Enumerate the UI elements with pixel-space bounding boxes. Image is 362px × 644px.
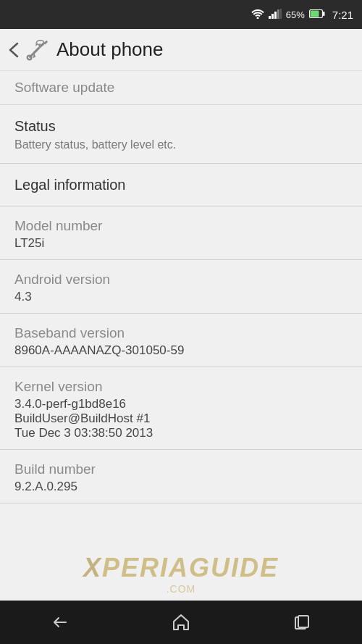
status-bar: 65% 7:21 [0, 0, 362, 29]
kernel-value: 3.4.0-perf-g1bd8e16 BuildUser@BuildHost … [14, 397, 348, 440]
model-item: Model number LT25i [0, 206, 362, 260]
android-label: Android version [14, 272, 348, 288]
software-update-label: Software update [14, 80, 114, 95]
signal-icon [269, 9, 282, 21]
back-button[interactable] [9, 42, 19, 58]
content-area: Software update Status Battery status, b… [0, 71, 362, 601]
build-item: Build number 9.2.A.0.295 [0, 450, 362, 503]
model-label: Model number [14, 218, 348, 234]
software-update-item[interactable]: Software update [0, 71, 362, 105]
kernel-item: Kernel version 3.4.0-perf-g1bd8e16 Build… [0, 367, 362, 450]
android-item: Android version 4.3 [0, 260, 362, 314]
battery-icon [309, 9, 325, 20]
toolbar: About phone [0, 29, 362, 71]
legal-label: Legal information [14, 177, 348, 193]
kernel-label: Kernel version [14, 379, 348, 395]
recents-nav-button[interactable] [280, 605, 324, 640]
wifi-icon [251, 9, 264, 21]
svg-rect-6 [323, 12, 325, 16]
baseband-label: Baseband version [14, 325, 348, 341]
baseband-value: 8960A-AAAANAZQ-301050-59 [14, 343, 348, 358]
svg-rect-0 [269, 16, 271, 19]
status-item[interactable]: Status Battery status, battery level etc… [0, 105, 362, 164]
svg-rect-2 [274, 12, 277, 19]
nav-bar [0, 601, 362, 644]
svg-rect-7 [310, 10, 319, 17]
legal-item[interactable]: Legal information [0, 164, 362, 206]
status-subtitle: Battery status, battery level etc. [14, 137, 348, 153]
svg-rect-10 [298, 616, 308, 627]
android-value: 4.3 [14, 290, 348, 304]
home-nav-button[interactable] [159, 605, 203, 640]
baseband-item: Baseband version 8960A-AAAANAZQ-301050-5… [0, 314, 362, 367]
settings-icon [25, 38, 49, 62]
page-title: About phone [56, 38, 163, 61]
build-value: 9.2.A.0.295 [14, 480, 348, 494]
status-icons: 65% 7:21 [251, 9, 353, 21]
svg-rect-3 [277, 9, 279, 19]
model-value: LT25i [14, 236, 348, 251]
build-label: Build number [14, 461, 348, 477]
status-label: Status [14, 118, 348, 135]
svg-rect-4 [280, 9, 282, 19]
clock: 7:21 [332, 9, 353, 21]
svg-rect-1 [272, 14, 274, 19]
battery-percent: 65% [286, 9, 305, 20]
back-nav-button[interactable] [38, 605, 82, 640]
